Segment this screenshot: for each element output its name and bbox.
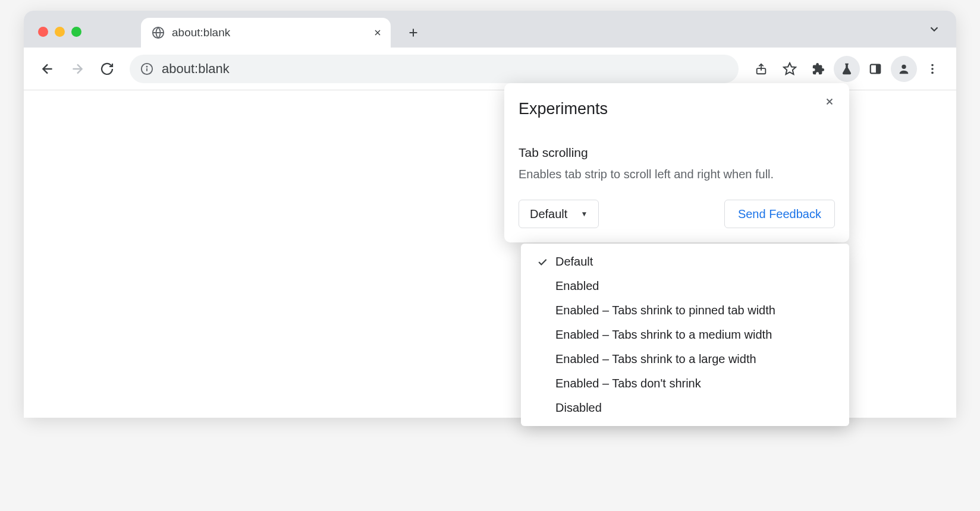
experiment-select-dropdown: Default Enabled Enabled – Tabs shrink to… [521,244,849,426]
globe-icon [152,26,165,39]
experiment-name: Tab scrolling [519,146,835,160]
dropdown-option[interactable]: Enabled [521,274,849,298]
svg-point-2 [146,66,147,67]
check-icon [533,256,552,268]
extensions-button[interactable] [805,56,831,82]
bookmark-button[interactable] [777,56,803,82]
tab-close-button[interactable] [373,28,382,37]
dropdown-option[interactable]: Enabled – Tabs don't shrink [521,371,849,396]
svg-point-6 [902,64,906,68]
dropdown-option[interactable]: Enabled – Tabs shrink to a large width [521,347,849,371]
back-button[interactable] [34,56,61,82]
dropdown-option[interactable]: Enabled – Tabs shrink to a medium width [521,323,849,347]
svg-point-7 [931,64,934,66]
experiment-select-value: Default [530,207,567,221]
dropdown-option-label: Enabled – Tabs don't shrink [555,377,837,390]
new-tab-button[interactable] [401,21,425,45]
experiment-description: Enables tab strip to scroll left and rig… [519,166,835,183]
experiment-select[interactable]: Default ▼ [519,200,599,228]
side-panel-button[interactable] [862,56,888,82]
send-feedback-button[interactable]: Send Feedback [724,200,835,228]
svg-rect-5 [876,64,880,73]
window-close-button[interactable] [38,27,48,37]
experiment-controls-row: Default ▼ Send Feedback [519,200,835,228]
window-maximize-button[interactable] [71,27,81,37]
tab-strip: about:blank [24,11,956,48]
dropdown-option-label: Default [555,255,837,269]
dropdown-option[interactable]: Disabled [521,396,849,420]
dropdown-option[interactable]: Default [521,250,849,274]
forward-button[interactable] [64,56,90,82]
send-feedback-label: Send Feedback [738,207,821,221]
dropdown-option-label: Enabled – Tabs shrink to a medium width [555,328,837,342]
caret-down-icon: ▼ [580,210,588,218]
svg-point-9 [931,71,934,74]
browser-tab[interactable]: about:blank [141,18,391,48]
dropdown-option-label: Disabled [555,401,837,415]
dropdown-option-label: Enabled – Tabs shrink to a large width [555,352,837,366]
experiments-button[interactable] [834,56,860,82]
dropdown-option-label: Enabled [555,279,837,293]
tab-search-button[interactable] [928,23,941,36]
address-bar-text: about:blank [162,61,230,77]
profile-button[interactable] [891,56,917,82]
tab-title: about:blank [172,26,230,39]
chrome-menu-button[interactable] [919,56,946,82]
dropdown-option[interactable]: Enabled – Tabs shrink to pinned tab widt… [521,298,849,323]
site-info-icon[interactable] [140,62,153,75]
svg-point-8 [931,68,934,70]
share-button[interactable] [748,56,774,82]
dropdown-option-label: Enabled – Tabs shrink to pinned tab widt… [555,304,837,317]
reload-button[interactable] [94,56,120,82]
toolbar-actions [748,56,946,82]
window-controls [32,27,87,48]
address-bar[interactable]: about:blank [130,55,739,83]
experiments-popover: Experiments Tab scrolling Enables tab st… [504,83,849,242]
popover-title: Experiments [519,100,835,118]
window-minimize-button[interactable] [55,27,65,37]
popover-close-button[interactable] [821,93,838,111]
